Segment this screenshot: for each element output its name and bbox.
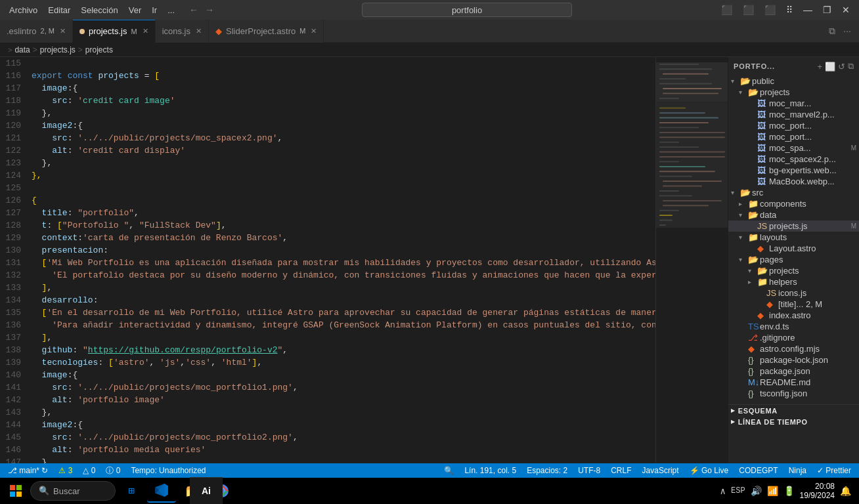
sidebar-item-moc-marvel2[interactable]: 🖼 moc_marvel2.p... xyxy=(728,109,859,120)
volume-icon[interactable]: 🔊 xyxy=(751,486,762,497)
more-tabs-button[interactable]: ··· xyxy=(841,24,854,38)
sidebar-item-bg-expertis[interactable]: 🖼 bg-expertis.web... xyxy=(728,165,859,176)
sidebar-item-layouts[interactable]: ▾ 📁 layouts xyxy=(728,232,859,243)
refresh-explorer-button[interactable]: ↺ xyxy=(838,61,845,72)
layout-toggle-3[interactable]: ⬛ xyxy=(760,3,780,16)
tab-icons-js[interactable]: icons.js ✕ xyxy=(156,20,209,43)
layout-toggle-2[interactable]: ⬛ xyxy=(739,3,758,16)
menu-ir[interactable]: Ir xyxy=(148,4,161,16)
nav-forward-button[interactable]: → xyxy=(202,3,217,16)
spaces-item[interactable]: Espacios: 2 xyxy=(524,466,570,475)
sidebar-item-index-astro[interactable]: ◆ index.astro xyxy=(728,310,859,321)
battery-icon[interactable]: 🔋 xyxy=(783,486,795,497)
sidebar-item-moc-port1[interactable]: 🖼 moc_port... xyxy=(728,120,859,131)
window-close-button[interactable]: ✕ xyxy=(838,3,854,16)
layout-toggle-1[interactable]: ⬛ xyxy=(717,3,736,16)
tab-eslint-close[interactable]: ✕ xyxy=(60,27,66,35)
prettier-item[interactable]: ✓ Prettier xyxy=(814,466,854,475)
sidebar-item-moc-mar[interactable]: 🖼 moc_mar... xyxy=(728,98,859,109)
keyboard-layout-icon[interactable]: ESP xyxy=(731,486,745,495)
sidebar-item-moc-port2[interactable]: 🖼 moc_port... xyxy=(728,131,859,142)
menu-more[interactable]: ... xyxy=(164,4,179,16)
sidebar-item-public[interactable]: ▾ 📂 public xyxy=(728,75,859,87)
sidebar-item-projects-pages[interactable]: ▾ 📂 projects xyxy=(728,265,859,276)
taskbar-task-view[interactable]: ⊞ xyxy=(117,479,146,503)
code-content[interactable]: export const projects = [ image:{ src: '… xyxy=(26,57,655,463)
sidebar-item-package-lock[interactable]: {} package-lock.json xyxy=(728,354,859,366)
sidebar-item-components[interactable]: ▸ 📁 components xyxy=(728,198,859,209)
window-minimize-button[interactable]: — xyxy=(799,3,816,16)
tab-projects-js-close[interactable]: ✕ xyxy=(143,27,148,35)
sidebar-item-moc-spa[interactable]: 🖼 moc_spa... M xyxy=(728,142,859,154)
sidebar-item-astro-config[interactable]: ◆ astro.config.mjs xyxy=(728,343,859,354)
info-item[interactable]: ⓘ 0 xyxy=(103,465,123,476)
ai-button[interactable]: Ai xyxy=(190,477,223,504)
sidebar-label-moc-spa: moc_spa... xyxy=(769,143,851,153)
sidebar-item-pages[interactable]: ▾ 📂 pages xyxy=(728,254,859,265)
minimap[interactable] xyxy=(655,57,728,463)
sidebar-item-readme[interactable]: M↓ README.md xyxy=(728,377,859,388)
new-folder-button[interactable]: ⬜ xyxy=(825,61,835,72)
sidebar-item-macbook[interactable]: 🖼 MacBook.webp... xyxy=(728,176,859,187)
tab-projects-js[interactable]: projects.js M ✕ xyxy=(73,20,156,43)
taskbar-search-label: Buscar xyxy=(53,486,79,496)
breadcrumb-symbol[interactable]: projects xyxy=(85,45,113,54)
wifi-icon[interactable]: 📶 xyxy=(767,486,778,497)
tempo-item[interactable]: Tempo: Unauthorized xyxy=(128,466,208,475)
taskbar-up-arrow[interactable]: ∧ xyxy=(720,486,726,497)
tab-slider-astro-close[interactable]: ✕ xyxy=(311,27,317,35)
breadcrumb-file[interactable]: projects.js xyxy=(40,45,76,54)
language-item[interactable]: JavaScript xyxy=(640,466,682,475)
sidebar-item-tsconfig[interactable]: {} tsconfig.json xyxy=(728,388,859,399)
codegpt-item[interactable]: CODEGPT xyxy=(736,466,780,475)
sidebar-label-public: public xyxy=(752,76,859,86)
tab-slider-astro[interactable]: ◆ SliderProject.astro M ✕ xyxy=(209,20,324,43)
esquema-header[interactable]: ▸ ESQUEMA xyxy=(728,405,859,416)
menu-archivo[interactable]: Archivo xyxy=(5,4,41,16)
split-editor-button[interactable]: ⧉ xyxy=(826,24,838,38)
sidebar-item-package-json[interactable]: {} package.json xyxy=(728,366,859,377)
menu-editar[interactable]: Editar xyxy=(44,4,74,16)
sidebar-badge-projects-js: M xyxy=(851,222,856,230)
window-restore-button[interactable]: ❐ xyxy=(819,3,835,16)
taskbar-search-box[interactable]: 🔍 Buscar xyxy=(30,481,116,501)
sidebar-item-src[interactable]: ▾ 📂 src xyxy=(728,187,859,198)
errors-item[interactable]: ⚠ 3 xyxy=(56,466,75,475)
sidebar-item-layout-astro[interactable]: ◆ Layout.astro xyxy=(728,243,859,254)
eol-item[interactable]: CRLF xyxy=(608,466,634,475)
menu-ver[interactable]: Ver xyxy=(125,4,146,16)
sidebar-item-data[interactable]: ▾ 📂 data xyxy=(728,209,859,220)
menu-seleccion[interactable]: Selección xyxy=(77,4,121,16)
sidebar-item-env-ts[interactable]: TS env.d.ts xyxy=(728,321,859,332)
sidebar-item-gitignore[interactable]: ⎇ .gitignore xyxy=(728,332,859,343)
go-live-item[interactable]: ⚡ Go Live xyxy=(687,466,732,475)
nav-back-button[interactable]: ← xyxy=(187,3,201,16)
linea-de-tiempo-header[interactable]: ▸ LÍNEA DE TIEMPO xyxy=(728,416,859,427)
notification-icon[interactable]: 🔔 xyxy=(840,486,851,497)
ninja-item[interactable]: Ninja xyxy=(786,466,809,475)
tab-eslint[interactable]: .eslintro 2, M ✕ xyxy=(0,20,73,43)
taskbar-clock[interactable]: 20:08 19/9/2024 xyxy=(800,482,835,500)
editor[interactable]: 115116117118 119120121122 123124125126 1… xyxy=(0,57,728,463)
encoding-item[interactable]: UTF-8 xyxy=(575,466,603,475)
sidebar-badge-moc-spa: M xyxy=(851,144,856,152)
sidebar-item-moc-spacex2[interactable]: 🖼 moc_spacex2.p... xyxy=(728,154,859,165)
search-input[interactable] xyxy=(362,3,572,17)
sidebar-item-icons-js[interactable]: JS icons.js xyxy=(728,287,859,299)
new-file-button[interactable]: + xyxy=(817,61,822,72)
breadcrumb-data[interactable]: data xyxy=(14,45,30,54)
layout-grid[interactable]: ⠿ xyxy=(782,3,797,16)
line-col-item[interactable]: Lín. 191, col. 5 xyxy=(462,466,519,475)
sidebar-item-projects-js[interactable]: JS projects.js M xyxy=(728,220,859,232)
collapse-all-button[interactable]: ⧉ xyxy=(848,61,854,72)
status-left: ⎇ main* ↻ ⚠ 3 △ 0 ⓘ 0 Tempo: Unauthorize… xyxy=(5,465,209,476)
tab-icons-js-close[interactable]: ✕ xyxy=(196,27,202,35)
taskbar-vscode-app[interactable] xyxy=(147,479,176,503)
warnings-item[interactable]: △ 0 xyxy=(80,466,98,475)
search-icon-status[interactable]: 🔍 xyxy=(441,466,456,475)
git-branch-item[interactable]: ⎇ main* ↻ xyxy=(5,466,51,475)
sidebar-item-title-astro[interactable]: ◆ [title]... 2, M xyxy=(728,299,859,310)
sidebar-item-projects-public[interactable]: ▾ 📂 projects xyxy=(728,87,859,98)
windows-start-button[interactable] xyxy=(3,479,29,503)
sidebar-item-helpers[interactable]: ▸ 📁 helpers xyxy=(728,276,859,287)
